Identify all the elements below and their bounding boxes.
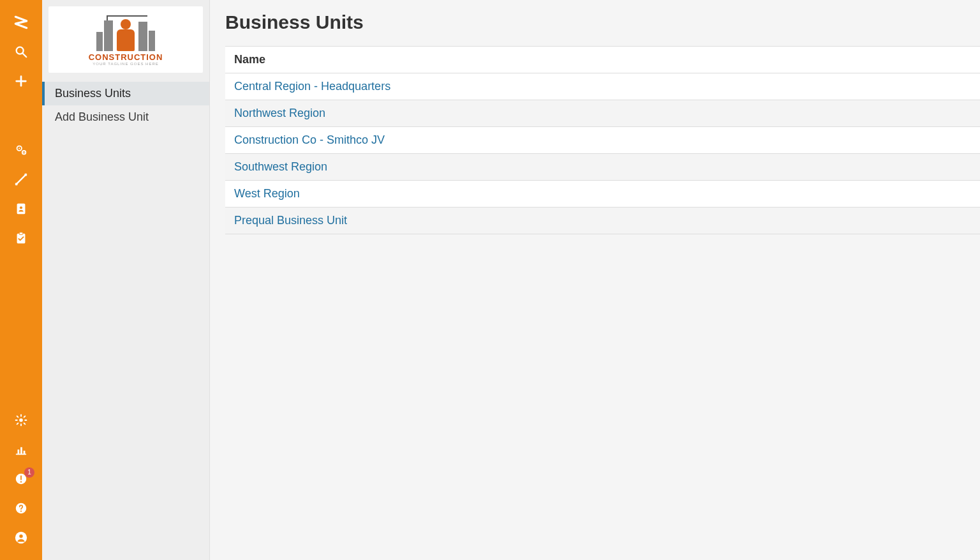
business-unit-link[interactable]: Northwest Region [234, 107, 325, 119]
svg-point-14 [19, 418, 23, 422]
add-icon[interactable] [0, 66, 42, 96]
table-row: Central Region - Headquarters [225, 73, 980, 100]
company-logo: CONSTRUCTION YOUR TAGLINE GOES HERE [87, 14, 164, 66]
svg-line-20 [24, 423, 26, 425]
rail-group-top [0, 8, 42, 96]
page-title: Business Units [225, 11, 980, 33]
table-row: Northwest Region [225, 100, 980, 127]
company-logo-card[interactable]: CONSTRUCTION YOUR TAGLINE GOES HERE [48, 6, 203, 73]
icon-rail: 1 [0, 0, 42, 560]
notifications-icon[interactable]: 1 [0, 464, 42, 494]
sidebar: CONSTRUCTION YOUR TAGLINE GOES HERE Busi… [42, 0, 210, 560]
svg-line-21 [17, 423, 19, 425]
company-logo-subtitle: YOUR TAGLINE GOES HERE [87, 62, 164, 66]
svg-line-19 [17, 416, 19, 418]
svg-rect-9 [25, 174, 27, 176]
svg-point-5 [19, 148, 20, 149]
rail-group-middle [0, 135, 42, 253]
tools-icon[interactable] [0, 165, 42, 194]
app-root: 1 CONSTRUCTION YOUR TAGLINE GOES HERE [0, 0, 980, 560]
sidebar-item-add-business-unit[interactable]: Add Business Unit [42, 105, 209, 129]
svg-rect-23 [18, 450, 20, 454]
svg-point-28 [20, 481, 22, 482]
sidebar-item-label: Add Business Unit [55, 110, 149, 123]
business-unit-link[interactable]: West Region [234, 187, 300, 200]
svg-point-7 [24, 152, 25, 153]
company-logo-title: CONSTRUCTION [87, 52, 164, 62]
svg-point-11 [20, 206, 22, 209]
svg-line-22 [24, 416, 26, 418]
table-row: Construction Co - Smithco JV [225, 127, 980, 154]
svg-line-1 [23, 54, 27, 57]
settings-gears-icon[interactable] [0, 135, 42, 165]
rail-group-bottom: 1 [0, 405, 42, 552]
sidebar-item-label: Business Units [55, 87, 131, 100]
svg-rect-27 [20, 476, 22, 480]
svg-rect-13 [19, 232, 23, 235]
contacts-icon[interactable] [0, 194, 42, 223]
sidebar-item-business-units[interactable]: Business Units [42, 82, 209, 105]
table-header-row: Name [225, 46, 980, 73]
notifications-badge: 1 [24, 467, 34, 478]
business-unit-link[interactable]: Southwest Region [234, 160, 327, 173]
clipboard-icon[interactable] [0, 223, 42, 253]
main-content: Business Units Name Central Region - Hea… [210, 0, 980, 560]
business-unit-link[interactable]: Construction Co - Smithco JV [234, 133, 385, 146]
table-row: Prequal Business Unit [225, 208, 980, 234]
svg-rect-24 [20, 447, 22, 454]
svg-point-32 [19, 534, 23, 538]
svg-rect-8 [15, 183, 18, 186]
business-unit-link[interactable]: Prequal Business Unit [234, 214, 347, 227]
table-header-name: Name [234, 53, 265, 66]
table-row: Southwest Region [225, 154, 980, 181]
table-row: West Region [225, 181, 980, 208]
business-units-table: Name Central Region - Headquarters North… [225, 46, 980, 234]
analytics-icon[interactable] [0, 435, 42, 464]
search-icon[interactable] [0, 37, 42, 66]
gear-icon[interactable] [0, 405, 42, 435]
svg-rect-25 [24, 451, 26, 455]
app-logo-icon[interactable] [0, 8, 42, 37]
help-icon[interactable] [0, 494, 42, 523]
business-unit-link[interactable]: Central Region - Headquarters [234, 80, 390, 93]
svg-point-30 [20, 510, 22, 511]
svg-rect-12 [17, 234, 26, 244]
account-icon[interactable] [0, 523, 42, 552]
sidebar-menu: Business Units Add Business Unit [42, 82, 209, 129]
company-logo-graphic [87, 14, 164, 51]
